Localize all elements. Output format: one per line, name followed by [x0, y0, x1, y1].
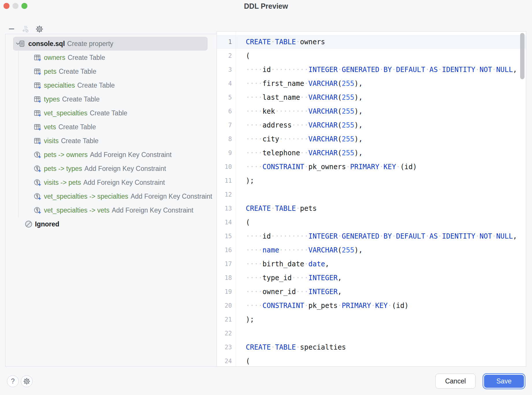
tree-item[interactable]: petsCreate Table — [5, 64, 217, 78]
slash-circle-icon — [25, 220, 32, 228]
tree-item-console-sql[interactable]: console.sql Create property — [5, 37, 217, 51]
line-number: 22 — [217, 326, 232, 340]
tree-item[interactable]: ownersCreate Table — [5, 51, 217, 64]
dialog-title: DDL Preview — [0, 2, 532, 10]
code-line[interactable]: 5····last_name··VARCHAR(255), — [217, 91, 526, 104]
code-line[interactable]: 7····address····VARCHAR(255), — [217, 118, 526, 132]
code-text: CREATE·TABLE·specialties — [246, 340, 346, 354]
line-number: 2 — [217, 49, 232, 63]
title-bar: DDL Preview — [0, 0, 532, 12]
rollback-changes-button[interactable] — [21, 24, 30, 34]
code-line[interactable]: 10····CONSTRAINT·pk_owners·PRIMARY·KEY·(… — [217, 160, 526, 174]
tree-item-name: visits -> pets — [44, 179, 81, 187]
tree-item-action: Create Table — [58, 123, 96, 131]
code-line[interactable]: 16····name·······VARCHAR(255), — [217, 243, 526, 257]
line-number: 15 — [217, 229, 232, 243]
tree-item-action: Create Table — [68, 54, 105, 62]
code-text: ····id·········INTEGER·GENERATED·BY·DEFA… — [246, 229, 517, 243]
code-line[interactable]: 4····first_name·VARCHAR(255), — [217, 77, 526, 91]
line-number: 23 — [217, 340, 232, 354]
help-button[interactable]: ? — [7, 375, 19, 387]
table-add-icon — [34, 54, 41, 62]
line-number: 5 — [217, 91, 232, 104]
tree-item[interactable]: pets -> typesAdd Foreign Key Constraint — [5, 162, 217, 176]
code-line[interactable]: 14( — [217, 215, 526, 229]
tree-item-ignored[interactable]: Ignored — [5, 217, 217, 231]
tree-item-action: Add Foreign Key Constraint — [131, 193, 212, 200]
code-line[interactable]: 22 — [217, 326, 526, 340]
tree-item-name: pets -> types — [44, 165, 82, 173]
cancel-button[interactable]: Cancel — [435, 374, 476, 389]
code-line[interactable]: 20····CONSTRAINT·pk_pets·PRIMARY·KEY·(id… — [217, 299, 526, 313]
code-text: ····owner_id···INTEGER, — [246, 285, 342, 299]
code-line[interactable]: 18····type_id····INTEGER, — [217, 271, 526, 285]
code-text: ····telephone··VARCHAR(255), — [246, 146, 363, 160]
tree-item-action: Create Table — [77, 82, 115, 89]
line-number: 17 — [217, 257, 232, 271]
code-line[interactable]: 24( — [217, 354, 526, 367]
line-number: 3 — [217, 63, 232, 77]
foreign-key-add-icon — [34, 165, 41, 173]
tree-item-action: Create Table — [90, 109, 127, 117]
foreign-key-add-icon — [34, 151, 41, 159]
footer-settings-button[interactable] — [21, 375, 33, 387]
foreign-key-add-icon — [34, 179, 41, 187]
tree-item-action: Add Foreign Key Constraint — [90, 151, 172, 159]
code-text: ( — [246, 354, 250, 367]
tree-item[interactable]: vetsCreate Table — [5, 120, 217, 134]
code-line[interactable]: 2( — [217, 49, 526, 63]
code-line[interactable]: 6····kek········VARCHAR(255), — [217, 104, 526, 118]
tree-item[interactable]: specialtiesCreate Table — [5, 78, 217, 92]
code-line[interactable]: 23CREATE·TABLE·specialties — [217, 340, 526, 354]
code-line[interactable]: 13CREATE·TABLE·pets — [217, 202, 526, 215]
table-add-icon — [34, 82, 41, 89]
code-line[interactable]: 9····telephone··VARCHAR(255), — [217, 146, 526, 160]
code-line[interactable]: 11); — [217, 174, 526, 188]
line-number: 16 — [217, 243, 232, 257]
chevron-down-icon[interactable] — [14, 40, 22, 47]
gear-icon — [36, 25, 43, 33]
code-text: ····address····VARCHAR(255), — [246, 118, 363, 132]
tree-item-name: pets — [44, 68, 56, 75]
line-number: 4 — [217, 77, 232, 91]
code-text: ( — [246, 215, 250, 229]
table-add-icon — [34, 95, 41, 103]
line-number: 14 — [217, 215, 232, 229]
tree-settings-button[interactable] — [35, 24, 44, 34]
save-button[interactable]: Save — [484, 375, 524, 388]
tree-item-name: pets -> owners — [44, 151, 88, 159]
line-number: 10 — [217, 160, 232, 174]
tree-item-action: Add Foreign Key Constraint — [83, 179, 165, 187]
minus-icon — [8, 26, 15, 32]
code-text: ····type_id····INTEGER, — [246, 271, 342, 285]
ddl-preview-editor[interactable]: 1CREATE·TABLE·owners2(3····id·········IN… — [217, 31, 526, 367]
code-line[interactable]: 17····birth_date·date, — [217, 257, 526, 271]
tree-item[interactable]: vet_specialties -> specialtiesAdd Foreig… — [5, 189, 217, 203]
tree-item[interactable]: visitsCreate Table — [5, 134, 217, 148]
tree-item[interactable]: pets -> ownersAdd Foreign Key Constraint — [5, 148, 217, 162]
question-mark-icon: ? — [11, 377, 15, 385]
code-line[interactable]: 15····id·········INTEGER·GENERATED·BY·DE… — [217, 229, 526, 243]
code-line[interactable]: 21); — [217, 313, 526, 326]
tree-item[interactable]: visits -> petsAdd Foreign Key Constraint — [5, 176, 217, 189]
code-line[interactable]: 1CREATE·TABLE·owners — [217, 35, 526, 49]
ignored-label: Ignored — [35, 220, 59, 228]
tree-item[interactable]: typesCreate Table — [5, 92, 217, 106]
code-text: CREATE·TABLE·owners — [246, 35, 325, 49]
tree-item[interactable]: vet_specialtiesCreate Table — [5, 106, 217, 120]
code-line[interactable]: 12 — [217, 188, 526, 202]
editor-vertical-scrollbar[interactable] — [520, 33, 524, 79]
code-text: ); — [246, 174, 254, 188]
gear-icon — [23, 378, 30, 385]
code-text: ····name·······VARCHAR(255), — [246, 243, 363, 257]
tree-item[interactable]: vet_specialties -> vetsAdd Foreign Key C… — [5, 203, 217, 217]
tree-item-name: vet_specialties -> specialties — [44, 193, 128, 200]
code-line[interactable]: 19····owner_id···INTEGER, — [217, 285, 526, 299]
code-line[interactable]: 8····city·······VARCHAR(255), — [217, 132, 526, 146]
collapse-all-button[interactable] — [7, 24, 16, 34]
rollback-disabled-icon — [21, 25, 29, 33]
code-line[interactable]: 3····id·········INTEGER·GENERATED·BY·DEF… — [217, 63, 526, 77]
tree-item-action: Create Table — [62, 95, 100, 103]
code-text: ····kek········VARCHAR(255), — [246, 104, 363, 118]
tree-item-name: vet_specialties — [44, 109, 88, 117]
